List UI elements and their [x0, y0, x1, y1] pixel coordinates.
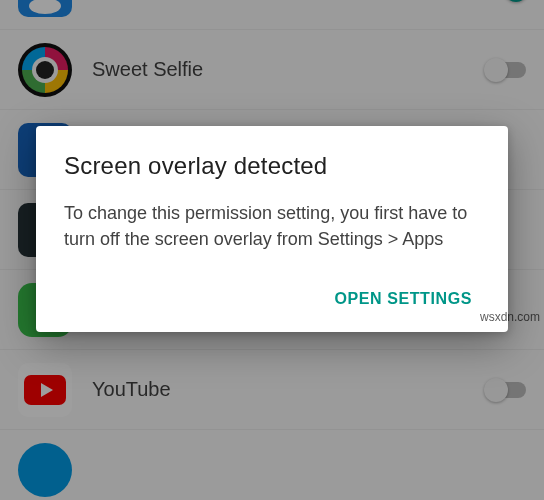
- screen-overlay-dialog: Screen overlay detected To change this p…: [36, 126, 508, 332]
- open-settings-button[interactable]: Open Settings: [326, 280, 480, 318]
- dialog-title: Screen overlay detected: [64, 152, 480, 180]
- watermark-text: wsxdn.com: [480, 310, 540, 324]
- android-settings-screen: SHAREit Sweet Selfie: [0, 0, 544, 500]
- dialog-actions: Open Settings: [64, 252, 480, 318]
- dialog-body: To change this permission setting, you f…: [64, 200, 480, 252]
